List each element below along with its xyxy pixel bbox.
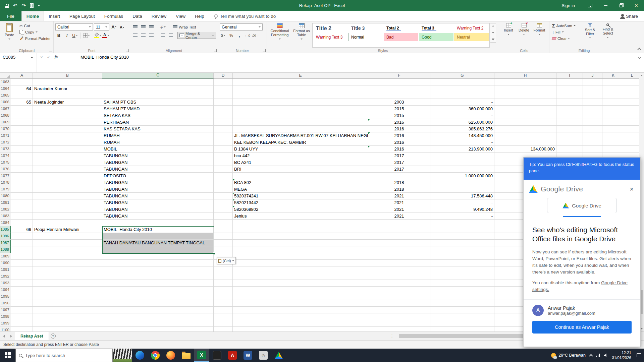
cell-G1072[interactable]: - <box>430 139 494 146</box>
cell-G1084[interactable] <box>430 220 494 226</box>
cell-G1086[interactable] <box>430 233 494 240</box>
cell-A1076[interactable] <box>11 166 33 173</box>
cell-F1080[interactable]: 2021 <box>368 193 430 199</box>
cell-D1079[interactable] <box>214 186 233 193</box>
cell-A1100[interactable] <box>11 327 33 331</box>
sign-in-button[interactable]: Sign in <box>559 2 578 9</box>
tab-splitter[interactable]: ⋮ <box>388 332 396 340</box>
cell-G1078[interactable] <box>430 179 494 186</box>
cell-F1079[interactable]: 2018 <box>368 186 430 193</box>
cell-D1100[interactable] <box>214 327 233 331</box>
delete-cells-button[interactable]: × Delete <box>516 22 532 48</box>
cell-E1068[interactable] <box>233 112 368 119</box>
cell-A1079[interactable] <box>11 186 33 193</box>
row-header-1086[interactable]: 1086 <box>0 233 11 240</box>
column-header-D[interactable]: D <box>214 73 233 78</box>
cell-A1068[interactable] <box>11 112 33 119</box>
cell-I1072[interactable] <box>556 139 583 146</box>
alignment-dialog-launcher[interactable] <box>214 49 217 52</box>
row-header-1079[interactable]: 1079 <box>0 186 11 193</box>
cell-F1076[interactable]: 2017 <box>368 166 430 173</box>
cell-D1075[interactable] <box>214 159 233 166</box>
cell-D1071[interactable] <box>214 132 233 139</box>
paste-options-button[interactable]: (Ctrl) <box>217 257 236 264</box>
cell-B1079[interactable] <box>33 186 102 193</box>
cell-E1064[interactable] <box>233 85 368 92</box>
cell-H1071[interactable] <box>494 132 556 139</box>
collapse-ribbon-icon[interactable] <box>637 48 641 51</box>
cell-E1085[interactable] <box>233 226 368 233</box>
cell-E1074[interactable]: bca 442 <box>233 153 368 159</box>
row-header-1072[interactable]: 1072 <box>0 139 11 146</box>
format-painter-button[interactable]: Format Painter <box>18 35 52 42</box>
row-header-1075[interactable]: 1075 <box>0 159 11 166</box>
cell-E1094[interactable] <box>233 287 368 293</box>
row-header-1087[interactable]: 1087 <box>0 240 11 246</box>
style-warning-text-3[interactable]: Warning Text 3 <box>313 33 348 41</box>
cell-C1093[interactable] <box>102 280 214 287</box>
cell-B1066[interactable]: Neeta Joginder <box>33 99 102 106</box>
increase-decimal-button[interactable]: ←.0 <box>244 32 251 39</box>
clear-button[interactable]: Clear <box>551 35 582 42</box>
cell-C1084[interactable] <box>102 220 214 226</box>
cell-G1080[interactable]: 17.586.448 <box>430 193 494 199</box>
paste-button[interactable]: Paste <box>2 22 17 42</box>
cell-G1068[interactable]: - <box>430 112 494 119</box>
cell-E1100[interactable] <box>233 327 368 331</box>
cell-A1096[interactable] <box>11 300 33 307</box>
cell-C1070[interactable]: KAS SETARA KAS <box>102 126 214 132</box>
row-header-1065[interactable]: 1065 <box>0 92 11 99</box>
cell-B1081[interactable] <box>33 199 102 206</box>
currency-button[interactable]: $ <box>220 32 227 39</box>
sort-filter-button[interactable]: Sort &Filter <box>582 22 599 48</box>
cell-G1097[interactable] <box>430 307 494 313</box>
cell-B1086[interactable] <box>33 233 102 240</box>
style-good[interactable]: Good <box>419 33 453 41</box>
cell-F1087[interactable] <box>368 240 430 246</box>
column-header-J[interactable]: J <box>583 73 602 78</box>
align-center-button[interactable] <box>140 32 147 39</box>
cell-C1067[interactable]: SAHAM PT VMAD <box>102 106 214 112</box>
sheet-nav-left-icon[interactable] <box>0 332 7 340</box>
cell-H1067[interactable] <box>494 106 556 112</box>
tab-data[interactable]: Data <box>128 11 147 21</box>
cell-D1097[interactable] <box>214 307 233 313</box>
cell-K1069[interactable] <box>602 119 624 126</box>
row-header-1064[interactable]: 1064 <box>0 85 11 92</box>
cell-D1069[interactable] <box>214 119 233 126</box>
cell-H1069[interactable] <box>494 119 556 126</box>
cell-B1070[interactable] <box>33 126 102 132</box>
cell-B1094[interactable] <box>33 287 102 293</box>
tab-home[interactable]: Home <box>21 11 44 21</box>
cell-A1075[interactable] <box>11 159 33 166</box>
row-header-1094[interactable]: 1094 <box>0 287 11 293</box>
gallery-more-icon[interactable] <box>492 39 494 42</box>
cell-E1086[interactable] <box>233 233 368 240</box>
redo-icon[interactable]: ↷ <box>22 3 26 8</box>
cell-D1098[interactable] <box>214 313 233 320</box>
formula-content[interactable]: MOBIL Honda City 2010 <box>80 55 634 60</box>
cell-C1064[interactable] <box>102 85 214 92</box>
cell-G1075[interactable] <box>430 159 494 166</box>
cut-button[interactable]: ✂Cut <box>18 22 52 29</box>
cell-B1089[interactable] <box>33 253 102 260</box>
cell-G1083[interactable]: - <box>430 213 494 220</box>
cell-B1073[interactable] <box>33 146 102 153</box>
cell-D1084[interactable] <box>214 220 233 226</box>
name-box-caret-icon[interactable] <box>31 57 33 59</box>
cell-J1065[interactable] <box>583 92 602 99</box>
cell-A1082[interactable] <box>11 206 33 213</box>
scroll-up-icon[interactable] <box>639 73 644 78</box>
taskbar-word-button[interactable]: W <box>240 349 256 362</box>
cell-H1066[interactable] <box>494 99 556 106</box>
cell-B1100[interactable] <box>33 327 102 331</box>
cell-A1088[interactable] <box>11 246 33 253</box>
cell-I1069[interactable] <box>556 119 583 126</box>
cell-I1071[interactable] <box>556 132 583 139</box>
gdrive-close-icon[interactable]: × <box>628 185 635 193</box>
cell-E1077[interactable] <box>233 173 368 179</box>
cell-E1087[interactable] <box>233 240 368 246</box>
cell-A1070[interactable] <box>11 126 33 132</box>
cell-B1091[interactable] <box>33 266 102 273</box>
cell-A1063[interactable] <box>11 79 33 85</box>
